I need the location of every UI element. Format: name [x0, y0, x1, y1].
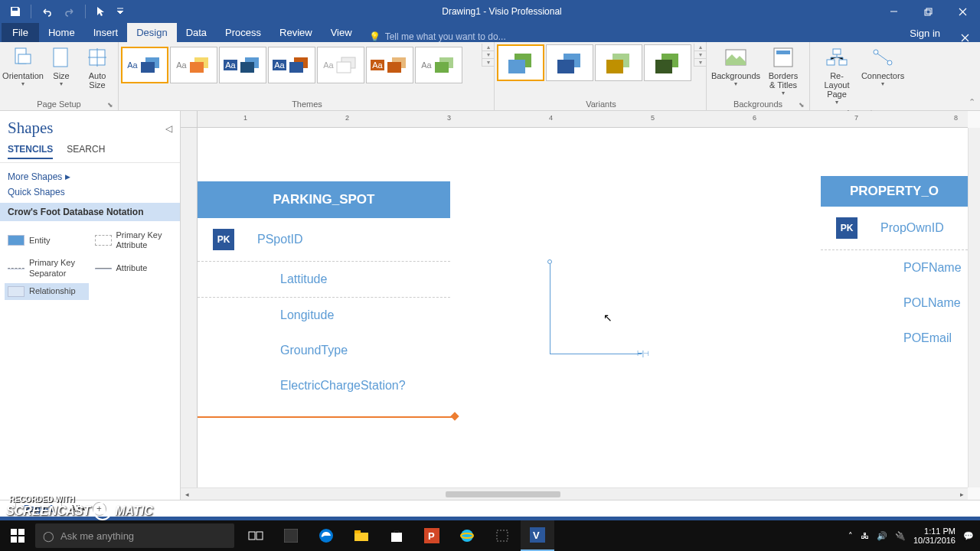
- svg-rect-3: [18, 54, 31, 64]
- collapse-shapes-button[interactable]: ◁: [165, 123, 172, 134]
- svg-rect-39: [18, 536, 24, 543]
- dialog-launcher[interactable]: ⬊: [799, 101, 805, 109]
- attribute: POEmail: [903, 331, 952, 345]
- close-button[interactable]: [946, 0, 980, 23]
- svg-rect-17: [387, 62, 401, 73]
- scroll-left-button[interactable]: ◂: [181, 491, 193, 498]
- dialog-launcher[interactable]: ⬊: [107, 101, 113, 109]
- shape-attribute[interactable]: Attribute: [92, 255, 176, 281]
- tab-data[interactable]: Data: [177, 23, 216, 42]
- volume-icon[interactable]: 🔊: [877, 531, 887, 541]
- file-tab[interactable]: File: [2, 23, 39, 42]
- shape-pk-separator[interactable]: Primary Key Separator: [5, 255, 89, 281]
- theme-option[interactable]: Aa: [415, 47, 462, 83]
- theme-option[interactable]: Aa: [121, 47, 168, 83]
- size-button[interactable]: Size▾: [43, 44, 80, 89]
- search-tab[interactable]: SEARCH: [67, 144, 105, 159]
- shape-list: Entity Primary Key Attribute Primary Key…: [0, 221, 180, 306]
- redo-button[interactable]: [59, 2, 80, 21]
- quick-access-toolbar: [0, 2, 127, 21]
- collapse-ribbon-button[interactable]: ⌃: [969, 97, 975, 107]
- variant-option[interactable]: [497, 44, 544, 81]
- tab-process[interactable]: Process: [216, 23, 270, 42]
- shapes-title: Shapes: [8, 119, 54, 138]
- restore-button[interactable]: [911, 0, 946, 23]
- theme-option[interactable]: Aa: [366, 47, 413, 83]
- scroll-up-button[interactable]: ▴: [694, 44, 706, 51]
- tab-design[interactable]: Design: [127, 23, 176, 42]
- variant-option[interactable]: [546, 44, 593, 81]
- taskbar-search[interactable]: ◯ Ask me anything: [35, 523, 234, 548]
- entity-property-owner[interactable]: PROPERTY_O PKPropOwnID POFName POLName P…: [821, 176, 968, 356]
- relayout-button[interactable]: Re-Layout Page▾: [815, 44, 859, 107]
- drawing-canvas[interactable]: PARKING_SPOT PKPSpotID Lattitude Longitu…: [198, 128, 968, 487]
- autosize-button[interactable]: Auto Size: [81, 44, 113, 91]
- horizontal-scrollbar[interactable]: ◂ ▸: [181, 487, 968, 500]
- theme-option[interactable]: Aa: [317, 47, 364, 83]
- taskbar-ie[interactable]: [450, 520, 484, 551]
- ribbon: Orientation▾ Size▾ Auto Size Page Setup⬊…: [0, 42, 980, 111]
- taskbar-app-generic[interactable]: [485, 520, 519, 551]
- theme-option[interactable]: Aa: [170, 47, 217, 83]
- tray-expand-button[interactable]: ˄: [848, 531, 853, 541]
- network-icon[interactable]: 🖧: [861, 531, 869, 540]
- ruler-corner: [181, 111, 198, 128]
- relayout-icon: [825, 45, 849, 70]
- vertical-scrollbar[interactable]: [968, 128, 980, 487]
- pointer-tool-button[interactable]: [90, 2, 112, 21]
- taskbar-edge[interactable]: [309, 520, 343, 551]
- close-document-button[interactable]: [949, 34, 980, 42]
- action-center-button[interactable]: 💬: [963, 531, 974, 541]
- undo-button[interactable]: [36, 2, 57, 21]
- save-button[interactable]: [5, 2, 26, 21]
- relationship-connector[interactable]: ⊢|⊣: [550, 256, 653, 356]
- taskbar-explorer[interactable]: [345, 520, 378, 551]
- minimize-button[interactable]: [877, 0, 911, 23]
- borders-titles-button[interactable]: Borders & Titles▾: [762, 44, 805, 98]
- taskbar-store[interactable]: [380, 520, 413, 551]
- backgrounds-button[interactable]: Backgrounds▾: [711, 44, 760, 89]
- scroll-up-button[interactable]: ▴: [482, 44, 494, 51]
- power-icon[interactable]: 🔌: [895, 531, 906, 541]
- entity-parking-spot[interactable]: PARKING_SPOT PKPSpotID Lattitude Longitu…: [198, 181, 450, 403]
- svg-rect-13: [289, 62, 303, 73]
- task-view-button[interactable]: [239, 520, 273, 551]
- connectors-button[interactable]: Connectors▾: [861, 44, 905, 89]
- selection-indicator: [198, 416, 456, 418]
- tab-view[interactable]: View: [322, 23, 361, 42]
- shapes-panel: Shapes ◁ STENCILS SEARCH More Shapes ▶ Q…: [0, 111, 181, 500]
- screencast-watermark: SCREENCAST MATIC: [6, 502, 153, 520]
- taskbar-app[interactable]: [274, 520, 308, 551]
- sign-in-link[interactable]: Sign in: [900, 24, 949, 42]
- scroll-down-button[interactable]: ▾: [694, 51, 706, 59]
- lightbulb-icon: 💡: [369, 31, 381, 42]
- tab-review[interactable]: Review: [270, 23, 322, 42]
- gallery-expand-button[interactable]: ▾: [482, 59, 494, 67]
- selection-handle[interactable]: [450, 412, 459, 420]
- variant-option[interactable]: [644, 44, 691, 81]
- gallery-expand-button[interactable]: ▾: [694, 59, 706, 67]
- scroll-down-button[interactable]: ▾: [482, 51, 494, 59]
- shape-relationship[interactable]: Relationship: [5, 283, 89, 300]
- more-shapes-link[interactable]: More Shapes ▶: [8, 169, 172, 184]
- tab-insert[interactable]: Insert: [84, 23, 128, 42]
- variant-option[interactable]: [595, 44, 642, 81]
- taskbar-visio[interactable]: V: [521, 520, 554, 551]
- tell-me-search[interactable]: 💡 Tell me what you want to do...: [369, 31, 506, 42]
- stencils-tab[interactable]: STENCILS: [8, 144, 53, 159]
- theme-option[interactable]: Aa: [219, 47, 266, 83]
- quick-shapes-link[interactable]: Quick Shapes: [8, 184, 172, 200]
- tab-home[interactable]: Home: [39, 23, 84, 42]
- theme-option[interactable]: Aa: [268, 47, 315, 83]
- start-button[interactable]: [0, 520, 35, 551]
- shape-pk-attribute[interactable]: Primary Key Attribute: [92, 227, 176, 253]
- qat-customize-button[interactable]: [113, 2, 127, 21]
- svg-rect-44: [354, 533, 368, 541]
- orientation-button[interactable]: Orientation▾: [5, 44, 41, 89]
- scroll-right-button[interactable]: ▸: [956, 491, 968, 498]
- scroll-thumb[interactable]: [446, 491, 560, 497]
- active-stencil[interactable]: Crow's Foot Database Notation: [0, 203, 180, 221]
- taskbar-powerpoint[interactable]: P: [415, 520, 449, 551]
- clock[interactable]: 1:11 PM 10/31/2016: [913, 527, 956, 545]
- shape-entity[interactable]: Entity: [5, 227, 89, 253]
